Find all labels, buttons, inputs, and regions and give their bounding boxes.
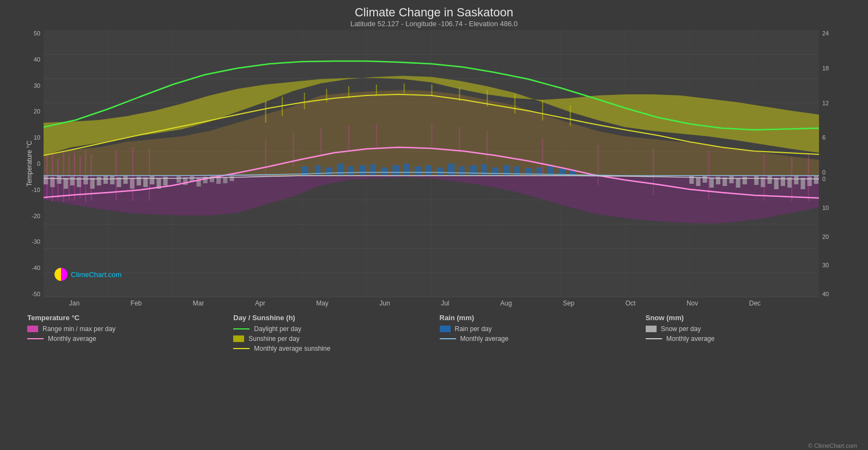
svg-rect-104 [80, 157, 81, 198]
legend-area: Temperature °C Range min / max per day M… [11, 309, 857, 359]
svg-rect-131 [404, 83, 405, 93]
svg-rect-109 [149, 149, 150, 201]
svg-rect-132 [432, 85, 433, 95]
svg-rect-135 [514, 94, 515, 113]
svg-rect-31 [359, 165, 366, 176]
x-label-jan: Jan [69, 299, 80, 307]
svg-rect-120 [653, 149, 654, 195]
svg-rect-38 [437, 167, 443, 176]
legend-sunshine: Day / Sunshine (h) Daylight per day Suns… [228, 314, 434, 355]
legend-rain-item: Rain per day [440, 325, 635, 333]
svg-rect-110 [265, 139, 266, 176]
chart-svg [44, 30, 819, 297]
y-label-r-20: 20 [822, 233, 857, 240]
svg-rect-107 [116, 150, 117, 200]
y-label-r-6: 6 [822, 134, 857, 141]
y-axis-left: Temperature °C 50 40 30 20 10 0 -10 -20 … [11, 30, 44, 297]
x-label-sep: Sep [563, 299, 574, 307]
x-label-jun: Jun [379, 299, 390, 307]
y-axis-right: 24 18 12 6 0 0 10 20 30 40 Day / Sunshin… [819, 30, 857, 297]
rain-avg-line [440, 338, 456, 339]
y-label-n10: -10 [32, 187, 40, 193]
svg-rect-60 [104, 176, 108, 184]
legend-temp-range-label: Range min / max per day [43, 325, 116, 333]
chart-title: Climate Change in Saskatoon [11, 5, 857, 20]
sunshine-avg-line [233, 348, 250, 349]
legend-rain-label: Rain per day [455, 325, 492, 333]
legend-sun-title: Day / Sunshine (h) [233, 314, 428, 322]
svg-rect-118 [542, 138, 543, 173]
x-label-dec: Dec [749, 299, 761, 307]
y-label-r-30: 30 [822, 262, 857, 268]
svg-rect-92 [781, 177, 785, 186]
legend-daylight: Daylight per day [233, 325, 428, 333]
svg-rect-130 [376, 85, 377, 95]
svg-rect-88 [754, 176, 758, 185]
chart-area: Temperature °C 50 40 30 20 10 0 -10 -20 … [11, 30, 857, 297]
legend-daylight-label: Daylight per day [254, 325, 301, 333]
svg-rect-98 [46, 155, 47, 199]
svg-rect-29 [337, 164, 344, 176]
svg-rect-113 [348, 125, 349, 150]
snow-avg-line [646, 338, 662, 339]
y-label-0: 0 [37, 160, 40, 167]
svg-rect-28 [326, 167, 332, 176]
svg-rect-73 [197, 178, 201, 187]
x-label-aug: Aug [500, 299, 512, 307]
legend-sunshine-avg: Monthly average sunshine [233, 345, 428, 352]
legend-sunshine-swatch: Sunshine per day [233, 335, 428, 343]
legend-rain-title: Rain (mm) [440, 314, 635, 322]
daylight-line [233, 328, 250, 329]
legend-rain-avg-label: Monthly average [460, 335, 509, 343]
copyright: © ClimeChart.com [808, 442, 857, 449]
temp-avg-line [27, 338, 44, 339]
main-container: Climate Change in Saskatoon Latitude 52.… [0, 0, 868, 450]
legend-temp-range: Range min / max per day [27, 325, 222, 333]
svg-rect-59 [97, 177, 101, 185]
svg-rect-78 [230, 176, 234, 181]
temp-range-swatch [27, 326, 38, 332]
svg-rect-80 [696, 177, 700, 186]
svg-rect-99 [52, 153, 53, 202]
svg-rect-102 [69, 155, 70, 200]
chart-subtitle: Latitude 52.127 - Longitude -106.74 - El… [11, 20, 857, 28]
y-label-r-12: 12 [822, 100, 857, 106]
svg-rect-116 [459, 127, 460, 153]
legend-snow-per-day-label: Snow per day [661, 325, 701, 333]
y-label-r-24: 24 [822, 30, 857, 37]
y-label-10: 10 [34, 134, 40, 141]
svg-rect-33 [381, 167, 387, 176]
svg-rect-34 [392, 165, 399, 176]
y-label-r-40: 40 [822, 291, 857, 297]
legend-rain-avg: Monthly average [440, 335, 635, 343]
y-label-n40: -40 [32, 265, 40, 271]
x-label-jul: Jul [441, 299, 449, 307]
x-label-apr: Apr [255, 299, 265, 307]
snow-swatch [646, 326, 657, 332]
svg-rect-55 [70, 177, 75, 185]
svg-rect-119 [597, 145, 598, 185]
logo-text-bottom: ClimeChart.com [71, 271, 122, 279]
x-label-oct: Oct [626, 299, 636, 307]
svg-rect-54 [64, 178, 68, 189]
legend-temp-title: Temperature °C [27, 314, 222, 322]
svg-rect-63 [123, 176, 128, 184]
legend-sunshine-avg-label: Monthly average sunshine [254, 345, 330, 352]
legend-snow-item: Snow per day [646, 325, 841, 333]
svg-rect-137 [570, 105, 571, 126]
y-label-n50: -50 [32, 291, 40, 297]
svg-rect-127 [304, 93, 305, 109]
y-label-20: 20 [34, 108, 40, 115]
svg-rect-112 [320, 128, 321, 155]
svg-rect-136 [542, 100, 543, 121]
legend-snow: Snow (mm) Snow per day Monthly average [640, 314, 846, 355]
rain-swatch [440, 326, 451, 332]
sunshine-swatch [233, 335, 244, 342]
legend-sunshine-label: Sunshine per day [248, 335, 299, 343]
legend-rain: Rain (mm) Rain per day Monthly average [434, 314, 640, 355]
legend-snow-avg-label: Monthly average [666, 335, 715, 343]
svg-rect-117 [487, 131, 488, 161]
svg-rect-86 [736, 178, 740, 188]
svg-rect-35 [404, 164, 409, 176]
svg-rect-122 [763, 154, 764, 201]
